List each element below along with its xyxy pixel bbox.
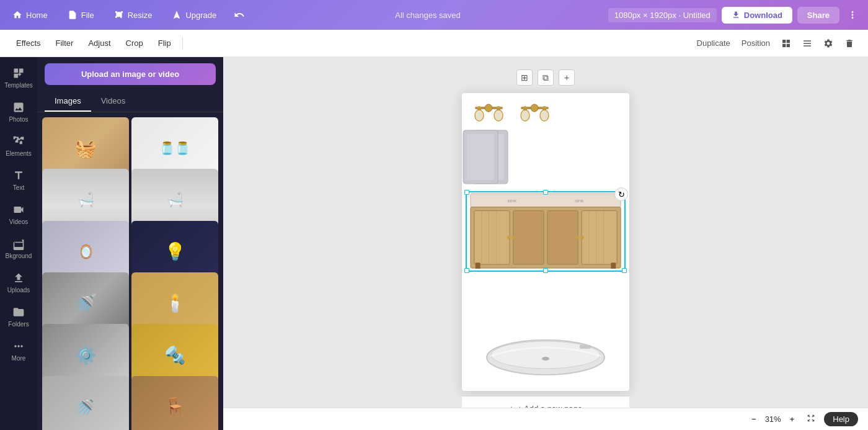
top-bar-left: Home File Resize Upgrade	[7, 7, 247, 23]
home-label: Home	[26, 11, 48, 20]
sidebar-label-photos: Photos	[9, 116, 28, 123]
upgrade-button[interactable]: Upgrade	[167, 7, 221, 22]
grid-item-vanity[interactable]: 🪑	[131, 376, 218, 430]
sidebar-item-bkground[interactable]: Bkground	[2, 233, 35, 264]
home-button[interactable]: Home	[7, 7, 53, 22]
tab-videos[interactable]: Videos	[91, 91, 136, 112]
undo-button[interactable]	[231, 7, 247, 23]
sidebar-item-templates[interactable]: Templates	[2, 62, 35, 94]
file-button[interactable]: File	[63, 7, 99, 22]
bathtub-canvas[interactable]	[474, 326, 617, 376]
canvas-tools: ⊞ ⧉ +	[516, 69, 575, 86]
saved-status: All changes saved	[252, 11, 603, 20]
canvas-add-btn[interactable]: +	[559, 69, 575, 86]
help-label: Help	[833, 414, 849, 424]
svg-point-36	[507, 236, 511, 240]
effects-button[interactable]: Effects	[10, 35, 47, 51]
svg-point-12	[540, 110, 549, 121]
canvas-content: sink sink	[462, 93, 629, 391]
svg-rect-6	[477, 108, 481, 110]
crop-button[interactable]: Crop	[120, 35, 149, 51]
filter-button[interactable]: Filter	[50, 35, 80, 51]
settings-button[interactable]	[820, 36, 837, 51]
svg-rect-20	[471, 194, 621, 207]
light-fixture-left[interactable]	[472, 102, 506, 125]
resize-button[interactable]: Resize	[109, 7, 157, 22]
toolbar-separator	[182, 37, 183, 50]
svg-text:sink: sink	[508, 198, 516, 204]
design-title: 1080px × 1920px · Untitled	[608, 8, 717, 22]
mirror-right[interactable]	[462, 129, 499, 187]
list-view-button[interactable]	[799, 36, 816, 51]
svg-point-2	[475, 110, 484, 121]
add-page-button[interactable]: + + Add a new page	[462, 396, 629, 408]
sidebar-item-elements[interactable]: Elements	[2, 130, 35, 162]
sidebar-label-more: More	[12, 355, 26, 362]
sidebar-item-photos[interactable]: Photos	[2, 96, 35, 128]
resize-handle-tl[interactable]	[464, 190, 469, 195]
duplicate-button[interactable]: Duplicate	[693, 36, 734, 50]
canvas-grid-btn[interactable]: ⊞	[516, 69, 533, 86]
zoom-in-button[interactable]: +	[786, 413, 799, 425]
share-button[interactable]: Share	[797, 7, 839, 24]
tab-images[interactable]: Images	[45, 91, 91, 112]
tab-bar: Images Videos	[37, 91, 223, 112]
svg-rect-15	[542, 108, 546, 110]
svg-rect-45	[580, 345, 591, 349]
position-button[interactable]: Position	[738, 36, 774, 50]
download-button[interactable]: Download	[722, 7, 792, 24]
svg-point-39	[580, 236, 584, 240]
content-panel: Upload an image or video Images Videos 🧺…	[37, 57, 223, 430]
upgrade-label: Upgrade	[185, 11, 216, 20]
help-button[interactable]: Help	[824, 412, 858, 426]
file-label: File	[81, 11, 94, 20]
second-toolbar: Effects Filter Adjust Crop Flip Duplicat…	[0, 30, 868, 57]
download-label: Download	[744, 11, 782, 20]
adjust-button[interactable]: Adjust	[82, 35, 117, 51]
sidebar-item-videos[interactable]: Videos	[2, 199, 35, 230]
zoom-out-button[interactable]: −	[748, 413, 760, 425]
canvas-scroll[interactable]: ⊞ ⧉ +	[223, 57, 868, 408]
trash-button[interactable]	[841, 36, 858, 51]
sidebar-label-templates: Templates	[4, 82, 33, 89]
zoom-level: 31%	[765, 414, 781, 424]
svg-point-1	[485, 104, 492, 112]
canvas-copy-btn[interactable]: ⧉	[538, 69, 554, 86]
top-bar-right: 1080px × 1920px · Untitled Download Shar…	[608, 7, 861, 24]
light-fixture-right[interactable]	[518, 102, 552, 125]
resize-handle-bl[interactable]	[464, 268, 469, 273]
sidebar-item-uploads[interactable]: Uploads	[2, 267, 35, 298]
sidebar-label-folders: Folders	[8, 321, 29, 328]
resize-label: Resize	[128, 11, 153, 20]
svg-point-9	[531, 104, 538, 112]
canvas-area: ⊞ ⧉ +	[223, 57, 868, 430]
sidebar-item-text[interactable]: Text	[2, 164, 35, 196]
sidebar-item-more[interactable]: More	[2, 335, 35, 367]
sidebar-label-bkground: Bkground	[6, 253, 32, 259]
sidebar: Templates Photos Elements Text Videos Bk…	[0, 57, 37, 430]
grid-view-button[interactable]	[777, 36, 795, 51]
resize-handle-b[interactable]	[543, 268, 548, 273]
svg-point-37	[512, 236, 515, 240]
toolbar-right: Duplicate Position	[693, 36, 858, 51]
fit-button[interactable]	[803, 413, 819, 426]
svg-rect-25	[513, 211, 544, 265]
grid-item-shower-head[interactable]: 🚿	[42, 376, 129, 430]
rotate-handle[interactable]: ↻	[614, 187, 628, 201]
svg-rect-27	[582, 211, 617, 265]
resize-handle-t[interactable]	[543, 190, 548, 195]
status-bar: − 31% + Help	[223, 408, 868, 430]
images-grid: 🧺 🫙🫙 🛁 🛁 🪞 💡 🚿 🕯	[37, 112, 223, 430]
svg-point-10	[521, 110, 529, 121]
flip-button[interactable]: Flip	[152, 35, 177, 51]
svg-point-38	[576, 236, 580, 240]
svg-text:sink: sink	[575, 198, 583, 204]
upload-button[interactable]: Upload an image or video	[45, 63, 216, 85]
sidebar-item-folders[interactable]: Folders	[2, 301, 35, 333]
vanity-selected[interactable]: sink sink	[466, 191, 626, 272]
svg-rect-19	[467, 134, 494, 180]
sidebar-label-uploads: Uploads	[7, 287, 30, 293]
more-options-button[interactable]	[844, 7, 861, 23]
resize-handle-br[interactable]	[622, 268, 627, 273]
svg-rect-7	[497, 108, 500, 110]
